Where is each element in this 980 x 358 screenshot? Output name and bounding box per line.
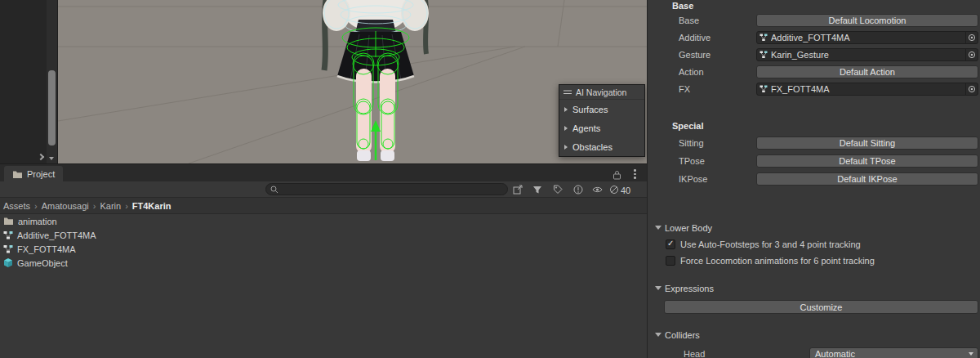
unity-editor-window: AI Navigation Surfaces Agents Obstacles … [0,0,980,358]
checkbox-1[interactable] [666,256,675,266]
file-name: animation [18,217,57,226]
object-picker-icon[interactable] [965,83,978,95]
object-field-value: Karin_Gesture [771,50,965,60]
list-item-additive-fott4ma[interactable]: Additive_FOTT4MA [0,228,647,242]
foldout-triangle-icon [655,333,662,337]
ai-nav-item-label: Obstacles [572,142,612,152]
base-layer-row: Base Default Locomotion [648,14,980,27]
animator-controller-icon [760,34,768,42]
visibility-eye-icon[interactable] [591,184,603,195]
tab-project[interactable]: Project [4,166,63,182]
animator-controller-icon [760,85,768,93]
disclosure-triangle-icon [564,145,568,150]
breadcrumb: Assets › Amatousagi › Karin › FT4Karin [0,198,647,214]
property-label: Additive [679,33,710,43]
property-label: IKPose [679,174,707,184]
list-item-animation[interactable]: animation [0,214,647,228]
project-search-input[interactable] [282,185,507,195]
filter-by-type-icon[interactable] [532,184,543,195]
lock-icon[interactable] [612,168,622,179]
sitting-button[interactable]: Default Sitting [756,136,978,150]
hidden-items-icon[interactable] [608,184,620,195]
ai-nav-item-agents[interactable]: Agents [559,119,644,137]
folder-icon [12,170,23,179]
breadcrumb-separator: › [93,201,96,211]
object-picker-icon[interactable] [965,49,978,60]
additive-layer-field[interactable]: Additive_FOTT4MA [756,31,978,44]
scrollbar-thumb[interactable] [48,70,56,145]
animator-controller-icon [3,244,13,254]
disclosure-triangle-icon [564,126,568,131]
drag-handle-icon [564,90,572,95]
colliders-foldout[interactable]: Colliders [648,329,980,342]
foldout-triangle-icon [655,226,662,230]
folder-icon [3,217,14,226]
search-icon [270,186,278,194]
project-tabbar: Project [0,163,647,181]
fx-layer-field[interactable]: FX_FOTT4MA [756,83,978,96]
avatar-model[interactable] [314,0,437,163]
ikpose-button[interactable]: Default IKPose [756,172,978,186]
animator-controller-icon [760,51,768,59]
animator-controller-icon [3,230,13,240]
foldout-label: Lower Body [665,223,712,233]
chevron-down-icon [969,352,973,356]
caret-down-icon[interactable] [49,157,54,160]
cube-icon [3,257,13,268]
tab-label: Project [27,169,55,179]
ai-nav-item-label: Surfaces [572,105,608,114]
property-label: Sitting [679,138,704,148]
action-layer-button[interactable]: Default Action [756,65,978,78]
breadcrumb-assets[interactable]: Assets [3,201,30,211]
tpose-button[interactable]: Default TPose [756,154,978,168]
fx-layer-row: FX FX_FOTT4MA [648,83,980,96]
property-label: Action [679,67,704,77]
customize-button[interactable]: Customize [664,300,978,314]
import-alert-icon[interactable] [572,184,584,195]
ai-nav-item-obstacles[interactable]: Obstacles [559,137,644,156]
move-gizmo-arrow-icon[interactable] [371,120,381,160]
property-label: Gesture [679,50,710,60]
checkbox-0[interactable] [666,239,675,249]
property-label: FX [679,84,690,94]
tpose-row: TPose Default TPose [648,154,980,168]
file-name: GameObject [17,258,68,268]
gesture-layer-row: Gesture Karin_Gesture [648,48,980,61]
breadcrumb-separator: › [125,201,128,211]
file-name: FX_FOTT4MA [17,244,76,254]
ai-navigation-header[interactable]: AI Navigation [559,85,644,100]
left-panel-edge [0,0,47,163]
breadcrumb-amatousagi[interactable]: Amatousagi [42,201,89,211]
foldout-triangle-icon [655,286,662,290]
object-field-value: Additive_FOTT4MA [771,33,965,43]
object-picker-icon[interactable] [965,32,978,43]
open-search-window-icon[interactable] [512,184,523,195]
search-field[interactable] [265,183,508,195]
foldout-label: Expressions [665,284,714,293]
ai-nav-item-label: Agents [572,123,600,133]
overlay-title: AI Navigation [576,87,626,97]
filter-by-label-icon[interactable] [552,184,564,195]
breadcrumb-ft4karin[interactable]: FT4Karin [132,201,172,211]
scene-view[interactable]: AI Navigation Surfaces Agents Obstacles [0,0,647,163]
panel-menu-icon[interactable] [630,168,639,180]
property-label: TPose [679,156,705,166]
checkbox-label: Use Auto-Footsteps for 3 and 4 point tra… [680,239,861,249]
base-layer-button[interactable]: Default Locomotion [756,14,978,27]
head-collider-dropdown[interactable]: Automatic [809,347,978,358]
checkbox-label: Force Locomotion animations for 6 point … [680,256,875,266]
ai-nav-item-surfaces[interactable]: Surfaces [559,100,644,119]
action-layer-row: Action Default Action [648,65,980,78]
head-collider-row: Head Automatic [648,347,980,358]
ai-navigation-overlay[interactable]: AI Navigation Surfaces Agents Obstacles [559,84,645,157]
gesture-layer-field[interactable]: Karin_Gesture [756,48,978,61]
left-panel-scrollbar[interactable] [47,0,58,163]
property-label: Head [684,349,705,358]
property-label: Base [679,16,699,25]
auto-footsteps-row: Use Auto-Footsteps for 3 and 4 point tra… [648,239,980,251]
breadcrumb-karin[interactable]: Karin [100,201,121,211]
list-item-fx-fott4ma[interactable]: FX_FOTT4MA [0,242,647,256]
lower-body-foldout[interactable]: Lower Body [648,222,980,235]
list-item-gameobject[interactable]: GameObject [0,256,647,270]
expressions-foldout[interactable]: Expressions [648,283,980,295]
